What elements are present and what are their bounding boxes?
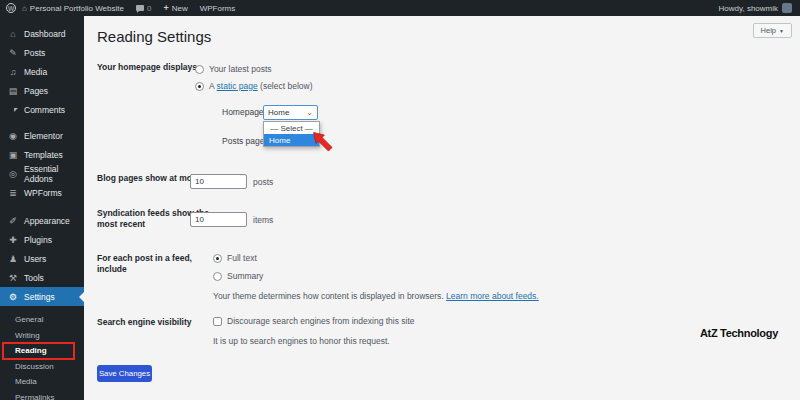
static-page-link[interactable]: static page [217,81,258,91]
blog-pages-suffix: posts [253,177,273,187]
feed-note-text: Your theme determines how content is dis… [213,291,446,301]
dropdown-option-select[interactable]: — Select — [264,122,319,134]
sidebar-item-label: Media [24,67,47,77]
blog-pages-input[interactable] [190,174,247,189]
pages-icon: ▤ [8,86,18,96]
plugins-icon: ✚ [8,235,18,245]
submenu-item-reading[interactable]: Reading [0,343,84,359]
submenu-item-permalinks[interactable]: Permalinks [0,390,84,400]
admin-sidebar: ⌂ Dashboard ✎ Posts ♫ Media ▤ Pages Comm… [0,16,84,400]
sidebar-item-elementor[interactable]: ◉ Elementor [0,126,84,145]
sidebar-item-label: Essential Addons [24,164,84,184]
submenu-item-general[interactable]: General [0,312,84,328]
chevron-down-icon: ⌄ [306,110,313,116]
reading-settings-page: Reading Settings Help ▼ Your homepage di… [84,16,800,400]
site-name-label: Personal Portfolio Website [30,4,124,13]
sidebar-item-appearance[interactable]: ✐ Appearance [0,211,84,230]
submenu-item-media[interactable]: Media [0,374,84,390]
elementor-icon: ◉ [8,131,18,141]
sidebar-item-posts[interactable]: ✎ Posts [0,43,84,62]
appearance-icon: ✐ [8,216,18,226]
sidebar-item-plugins[interactable]: ✚ Plugins [0,230,84,249]
sidebar-item-label: Elementor [24,131,63,141]
sidebar-item-comments[interactable]: Comments [0,100,84,119]
chevron-down-icon: ▼ [779,28,784,34]
sidebar-item-label: Users [24,254,46,264]
settings-submenu: General Writing Reading Discussion Media… [0,306,84,400]
sidebar-separator [0,202,84,211]
syndication-input[interactable] [190,212,247,227]
plus-icon: + [163,3,168,13]
feed-include-label: For each post in a feed, include [97,253,222,275]
avatar [782,3,792,13]
wordpress-logo-icon[interactable]: W [6,3,16,13]
dropdown-option-home[interactable]: Home [264,134,319,146]
homepage-select-value: Home [268,108,289,117]
save-changes-button[interactable]: Save Changes [97,365,152,382]
comments-icon [136,5,144,11]
current-menu-notch [74,292,84,302]
feed-note: Your theme determines how content is dis… [213,291,539,301]
sidebar-item-label: Plugins [24,235,52,245]
sidebar-item-label: Appearance [24,216,70,226]
homepage-select-dropdown: — Select — Home [263,121,320,147]
admin-bar-wpforms[interactable]: WPForms [194,0,242,16]
full-text-option-label: Full text [227,253,257,263]
submenu-item-label: Reading [15,346,47,355]
discourage-indexing-checkbox[interactable] [213,317,222,326]
admin-bar-site-name[interactable]: ⌂ Personal Portfolio Website [16,0,130,16]
sidebar-item-label: Posts [24,48,45,58]
submenu-item-writing[interactable]: Writing [0,328,84,344]
full-text-radio[interactable] [213,254,222,263]
posts-page-field-label: Posts page: [222,136,267,146]
tools-icon: ⚒ [8,273,18,283]
wpforms-icon: ≣ [8,188,18,198]
sidebar-item-settings[interactable]: ⚙ Settings [0,287,84,306]
sidebar-item-label: WPForms [24,188,62,198]
sidebar-item-essential-addons[interactable]: ◎ Essential Addons [0,164,84,183]
sidebar-item-templates[interactable]: ▣ Templates [0,145,84,164]
homepage-displays-label: Your homepage displays [97,62,211,73]
dashboard-icon: ⌂ [8,29,18,39]
sidebar-item-pages[interactable]: ▤ Pages [0,81,84,100]
media-icon: ♫ [8,67,18,77]
posts-icon: ✎ [8,48,18,58]
sidebar-item-label: Templates [24,150,63,160]
sidebar-item-users[interactable]: ♟ Users [0,249,84,268]
learn-more-feeds-link[interactable]: Learn more about feeds. [446,291,539,301]
admin-bar-comments[interactable]: 0 [130,0,157,16]
homepage-select[interactable]: Home ⌄ [263,105,318,120]
help-label: Help [761,26,776,35]
new-label: New [172,4,188,13]
help-button[interactable]: Help ▼ [753,23,792,38]
templates-icon: ▣ [8,150,18,160]
submenu-item-discussion[interactable]: Discussion [0,359,84,375]
static-page-option-label: A static page (select below) [209,81,313,91]
sidebar-item-label: Tools [24,273,44,283]
discourage-indexing-label: Discourage search engines from indexing … [227,316,415,326]
syndication-suffix: items [253,215,273,225]
static-page-radio[interactable] [195,82,204,91]
sidebar-item-label: Settings [24,292,55,302]
sidebar-item-label: Comments [24,105,65,115]
sidebar-item-media[interactable]: ♫ Media [0,62,84,81]
homepage-field-label: Homepage: [222,107,266,117]
sidebar-separator [0,119,84,126]
summary-radio[interactable] [213,272,222,281]
home-icon: ⌂ [22,4,27,13]
sidebar-item-label: Pages [24,86,48,96]
users-icon: ♟ [8,254,18,264]
latest-posts-radio[interactable] [195,65,204,74]
sidebar-item-dashboard[interactable]: ⌂ Dashboard [0,24,84,43]
wpforms-label: WPForms [200,4,236,13]
howdy-label: Howdy, showmik [719,4,778,13]
admin-bar: W ⌂ Personal Portfolio Website 0 + New W… [0,0,800,16]
latest-posts-option-label: Your latest posts [209,64,272,74]
admin-bar-new[interactable]: + New [157,0,193,16]
page-title: Reading Settings [97,28,211,45]
sidebar-item-label: Dashboard [24,29,66,39]
admin-bar-account[interactable]: Howdy, showmik [719,3,800,13]
sidebar-item-wpforms[interactable]: ≣ WPForms [0,183,84,202]
search-visibility-note: It is up to search engines to honor this… [213,336,390,346]
sidebar-item-tools[interactable]: ⚒ Tools [0,268,84,287]
